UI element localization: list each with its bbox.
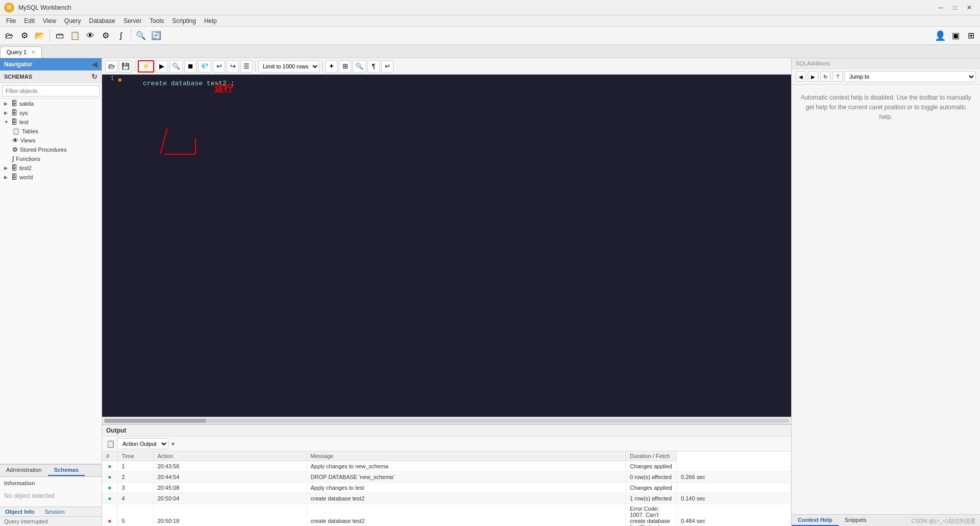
- create-function-button[interactable]: ∫: [114, 29, 128, 43]
- maximize-button[interactable]: □: [948, 3, 962, 13]
- explain-button[interactable]: 🔍: [169, 60, 183, 73]
- forward-button[interactable]: ▶: [808, 71, 818, 82]
- cell-status: ●: [102, 461, 117, 472]
- output-dropdown-arrow[interactable]: ▼: [170, 441, 176, 447]
- schema-item-tables[interactable]: 📋 Tables: [0, 127, 102, 136]
- layout-button-1[interactable]: ▣: [948, 29, 963, 43]
- cell-action: Apply changes to new_schema: [306, 461, 626, 472]
- menu-view[interactable]: View: [39, 16, 60, 26]
- schema-item-views[interactable]: 👁 Views: [0, 136, 102, 145]
- refresh-schemas-button[interactable]: ↻: [91, 73, 97, 81]
- schema-item-test2[interactable]: ▶ 🗄 test2: [0, 163, 102, 173]
- bottom-tab-bar: Administration Schemas: [0, 464, 102, 476]
- menu-tools[interactable]: Tools: [145, 16, 168, 26]
- scroll-thumb[interactable]: [104, 419, 206, 423]
- menu-scripting[interactable]: Scripting: [168, 16, 200, 26]
- minimize-button[interactable]: ─: [934, 3, 947, 13]
- new-connection-button[interactable]: 🗁: [2, 29, 16, 43]
- administration-tab[interactable]: Administration: [0, 465, 48, 476]
- menu-server[interactable]: Server: [119, 16, 145, 26]
- horizontal-scrollbar[interactable]: [102, 417, 791, 424]
- col-hash: #: [102, 451, 117, 461]
- schemas-header: SCHEMAS ↻: [0, 70, 102, 83]
- refresh-help-button[interactable]: ↻: [820, 71, 830, 82]
- schema-item-test[interactable]: ▼ 🗄 test: [0, 117, 102, 127]
- save-file-button[interactable]: 💾: [119, 60, 132, 73]
- jump-to-select[interactable]: Jump to: [845, 71, 976, 82]
- create-table-button[interactable]: 📋: [68, 29, 82, 43]
- session-tab[interactable]: Session: [39, 507, 69, 516]
- format-button[interactable]: ⊞: [339, 60, 351, 73]
- create-view-button[interactable]: 👁: [83, 29, 97, 43]
- cell-message: Changes applied: [626, 483, 677, 493]
- transactions-button[interactable]: 💎: [198, 60, 211, 73]
- code-line-1: create database test2 ;: [128, 79, 787, 87]
- back-button[interactable]: ◀: [796, 71, 806, 82]
- right-panel: SQLAdditions ◀ ▶ ↻ ? Jump to Automatic c…: [791, 58, 980, 526]
- watermark: CSDN @(>_<)划过的流星: [911, 517, 976, 525]
- schema-item-world[interactable]: ▶ 🗄 world: [0, 173, 102, 182]
- action-output-select[interactable]: Action Output: [117, 438, 168, 449]
- schema-item-sakila[interactable]: ▶ 🗄 sakila: [0, 99, 102, 108]
- scroll-track[interactable]: [104, 419, 789, 423]
- manage-connections-button[interactable]: ⚙: [17, 29, 32, 43]
- execute-button[interactable]: ⚡: [138, 60, 154, 73]
- rollback-button[interactable]: ↩: [213, 60, 225, 73]
- stop-button[interactable]: ⏹: [184, 60, 197, 73]
- wrap-button[interactable]: ↵: [381, 60, 394, 73]
- auto-help-button[interactable]: ?: [832, 71, 843, 82]
- create-procedure-button[interactable]: ⚙: [99, 29, 113, 43]
- editor-content[interactable]: 1 ● create database test2 ;: [102, 75, 791, 417]
- cell-time: 20:50:04: [153, 493, 306, 504]
- info-panel: Information No object selected: [0, 476, 102, 507]
- open-file-button[interactable]: 🗁: [105, 60, 117, 73]
- search-button[interactable]: 🔍: [134, 29, 148, 43]
- query-tab-1[interactable]: Query 1 ✕: [0, 46, 42, 58]
- schema-label-test: test: [19, 119, 29, 125]
- profile-button[interactable]: 👤: [933, 29, 947, 43]
- schema-icon-test2: 🗄: [11, 164, 17, 172]
- open-script-button[interactable]: 📂: [33, 29, 47, 43]
- layout-button-2[interactable]: ⊞: [964, 29, 978, 43]
- menu-edit[interactable]: Edit: [20, 16, 39, 26]
- title-text: MySQL Workbench: [18, 4, 71, 11]
- schema-item-stored-procedures[interactable]: ⚙ Stored Procedures: [0, 145, 102, 154]
- execute-selection-button[interactable]: ▶: [156, 60, 168, 73]
- schema-item-sys[interactable]: ▶ 🗄 sys: [0, 108, 102, 117]
- tables-label: Tables: [22, 128, 38, 134]
- invisible-chars-button[interactable]: ¶: [368, 60, 380, 73]
- cell-id: 1: [117, 461, 153, 472]
- navigator-collapse-button[interactable]: ◀: [92, 60, 97, 68]
- schema-label-test2: test2: [19, 165, 32, 171]
- commit-button[interactable]: ↪: [227, 60, 239, 73]
- context-help-tab[interactable]: Context Help: [792, 515, 839, 526]
- close-tab-icon[interactable]: ✕: [31, 50, 35, 55]
- close-button[interactable]: ✕: [963, 3, 976, 13]
- output-rows: ● 1 20:43:56 Apply changes to new_schema…: [102, 461, 791, 527]
- limit-rows-select[interactable]: Limit to 10 rowsLimit to 100 rowsLimit t…: [258, 60, 320, 73]
- reconnect-button[interactable]: 🔄: [149, 29, 163, 43]
- snippets-tab[interactable]: Snippets: [839, 515, 873, 526]
- query-editor[interactable]: 1 ● create database test2 ; 运行: [102, 75, 791, 417]
- beautify-button[interactable]: ✦: [325, 60, 337, 73]
- toggle-results-button[interactable]: ☰: [240, 60, 253, 73]
- views-icon: 👁: [12, 137, 18, 144]
- menu-database[interactable]: Database: [85, 16, 119, 26]
- cell-status: ●: [102, 472, 117, 483]
- menu-file[interactable]: File: [2, 16, 20, 26]
- menu-help[interactable]: Help: [200, 16, 221, 26]
- filter-input[interactable]: [2, 85, 100, 97]
- find-button[interactable]: 🔍: [353, 60, 366, 73]
- center-panel: 🗁 💾 ⚡ ▶ 🔍 ⏹ 💎 ↩ ↪ ☰ Limit to 10 rowsLimi…: [102, 58, 791, 526]
- query-toolbar-sep-3: [322, 61, 323, 71]
- menu-query[interactable]: Query: [60, 16, 85, 26]
- schemas-tab[interactable]: Schemas: [48, 465, 85, 476]
- filter-box: [0, 83, 102, 99]
- create-schema-button[interactable]: 🗃: [53, 29, 67, 43]
- object-info-footer: Object Info Session: [0, 507, 102, 516]
- object-info-tab[interactable]: Object Info: [0, 507, 39, 516]
- schema-icon-sakila: 🗄: [11, 100, 17, 107]
- navigator-title: Navigator: [4, 61, 32, 68]
- line-number-1: 1: [110, 75, 114, 82]
- schema-item-functions[interactable]: ∫ Functions: [0, 154, 102, 163]
